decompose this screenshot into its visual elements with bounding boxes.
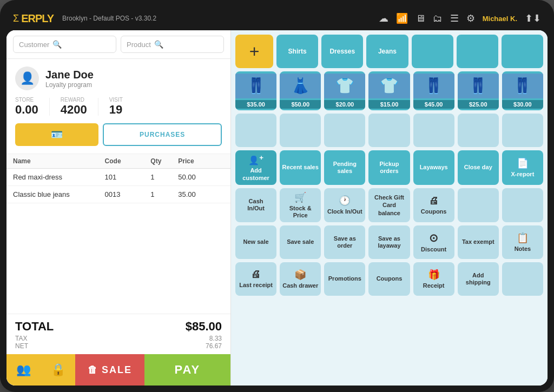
tax-exempt-label: Tax exempt [462, 238, 494, 245]
empty-6[interactable] [458, 114, 499, 147]
pay-button[interactable]: PAY [144, 354, 230, 386]
loyalty-label: Loyalty program [45, 81, 94, 89]
product-label: Product [127, 41, 151, 49]
product-tshirt-15[interactable]: 👕 $15.00 [368, 71, 410, 110]
sale-button[interactable]: 🗑 SALE [75, 354, 144, 386]
discount-label: Discount [421, 246, 446, 253]
purchases-button[interactable]: PURCHASES [103, 123, 222, 146]
new-sale-button[interactable]: New sale [235, 225, 276, 259]
dresses-label: Dresses [329, 48, 355, 55]
receipt-button[interactable]: 🎁 Receipt [413, 262, 454, 296]
grid-row-misc: 🖨 Last receipt 📦 Cash drawer Promotions … [235, 262, 543, 296]
cash-in-out-button[interactable]: CashIn/Out [235, 188, 276, 222]
grid-row-sale-opts: New sale Save sale Save as order Save as… [235, 225, 543, 259]
stat-reward: REWARD 4200 [61, 97, 87, 117]
table-row[interactable]: Red maxi-dress 101 1 50.00 [6, 169, 230, 186]
save-as-layaway-button[interactable]: Save as layaway [368, 225, 410, 259]
product-search[interactable]: Product 🔍 [121, 36, 224, 53]
category-shirts[interactable]: Shirts [276, 35, 318, 68]
product-shirt-20[interactable]: 👕 $20.00 [324, 71, 365, 110]
lock-button[interactable]: 🔒 [41, 354, 76, 386]
promotions-button[interactable]: Promotions [324, 262, 365, 296]
empty-7[interactable] [502, 114, 543, 147]
customer-search[interactable]: Customer 🔍 [13, 36, 116, 53]
extra-1[interactable] [458, 188, 499, 222]
pickup-orders-button[interactable]: Pickup orders [368, 150, 410, 185]
tax-label: TAX [15, 335, 27, 342]
product-pants-45[interactable]: 👖 $45.00 [413, 71, 454, 110]
logo-sigma: Σ [13, 13, 19, 24]
extra-2[interactable] [502, 188, 543, 222]
discount-button[interactable]: ⊙ Discount [413, 225, 454, 259]
grid-row-cash: CashIn/Out 🛒 Stock & Price 🕐 Clock In/Ou… [235, 188, 543, 222]
user-chevron[interactable]: ⬆⬇ [525, 12, 541, 24]
add-shipping-button[interactable]: Add shipping [458, 262, 499, 296]
new-sale-label: New sale [243, 238, 269, 245]
add-button[interactable]: + [235, 35, 273, 68]
stock-price-label: Stock & Price [282, 205, 319, 219]
item-qty-0: 1 [150, 173, 178, 181]
tax-exempt-button[interactable]: Tax exempt [458, 225, 499, 259]
product-pants-25[interactable]: 👖 $25.00 [458, 71, 499, 110]
col-name: Name [13, 157, 105, 165]
save-as-order-button[interactable]: Save as order [324, 225, 365, 259]
item-qty-1: 1 [150, 190, 178, 198]
clock-in-out-button[interactable]: 🕐 Clock In/Out [324, 188, 365, 222]
clock-in-out-label: Clock In/Out [327, 208, 362, 215]
close-day-button[interactable]: Close day [458, 150, 499, 185]
id-button[interactable]: 🪪 [15, 123, 98, 146]
grid-row-products: 👖 $35.00 👗 $50.00 👕 $20.00 👕 $15.00 👖 [235, 71, 543, 110]
empty-2[interactable] [280, 114, 321, 147]
total-label: TOTAL [15, 320, 54, 334]
coupons-print-label: Coupons [421, 208, 447, 215]
item-code-1: 0013 [105, 190, 151, 198]
empty-4[interactable] [368, 114, 410, 147]
action-buttons: 🪪 PURCHASES [15, 123, 222, 146]
screen-icon[interactable]: 🖥 [416, 13, 425, 24]
x-report-button[interactable]: 📄 X-report [502, 150, 543, 185]
cash-drawer-button[interactable]: 📦 Cash drawer [280, 262, 321, 296]
product-jeans-35[interactable]: 👖 $35.00 [235, 71, 276, 110]
notes-label: Notes [515, 245, 531, 253]
stock-price-button[interactable]: 🛒 Stock & Price [280, 188, 321, 222]
menu-icon[interactable]: ☰ [450, 12, 459, 24]
x-report-label: X-report [511, 171, 535, 178]
check-gift-card-button[interactable]: Check Gift Card balance [368, 188, 410, 222]
coupons-button[interactable]: Coupons [368, 262, 410, 296]
col-code: Code [105, 157, 151, 165]
category-4[interactable] [412, 35, 453, 68]
wallet-icon[interactable]: 🗂 [433, 13, 443, 24]
misc-extra[interactable] [502, 262, 543, 296]
user-name[interactable]: Michael K. [483, 15, 517, 23]
customers-button[interactable]: 👥 [6, 354, 41, 386]
category-jeans[interactable]: Jeans [366, 35, 408, 68]
table-row[interactable]: Classic blue jeans 0013 1 35.00 [6, 186, 230, 203]
empty-5[interactable] [413, 114, 454, 147]
last-receipt-button[interactable]: 🖨 Last receipt [235, 262, 276, 296]
top-bar-icons: ☁ 📶 🖥 🗂 ☰ ⚙ Michael K. ⬆⬇ [379, 12, 541, 24]
category-6[interactable] [502, 35, 543, 68]
save-sale-button[interactable]: Save sale [280, 225, 321, 259]
recent-sales-button[interactable]: Recent sales [280, 150, 321, 185]
notes-button[interactable]: 📋 Notes [502, 225, 543, 259]
empty-1[interactable] [235, 114, 276, 147]
total-row: TOTAL $85.00 [15, 320, 222, 334]
product-dress-50[interactable]: 👗 $50.00 [280, 71, 321, 110]
add-customer-button[interactable]: 👤+ Add customer [235, 150, 276, 185]
item-code-0: 101 [105, 173, 151, 181]
pending-sales-button[interactable]: Pending sales [324, 150, 365, 185]
product-pants-30[interactable]: 👖 $30.00 [502, 71, 543, 110]
stats-row: STORE 0.00 REWARD 4200 VISIT 19 [15, 97, 222, 117]
tax-value: 8.33 [209, 335, 222, 342]
col-price: Price [178, 157, 224, 165]
category-5[interactable] [457, 35, 498, 68]
grid-row-ops: 👤+ Add customer Recent sales Pending sal… [235, 150, 543, 185]
layaways-button[interactable]: Layaways [413, 150, 454, 185]
grid-row-1: + Shirts Dresses Jeans [235, 35, 543, 68]
stat-visit: VISIT 19 [109, 97, 123, 117]
cloud-icon[interactable]: ☁ [379, 12, 388, 24]
settings-icon[interactable]: ⚙ [466, 12, 475, 24]
category-dresses[interactable]: Dresses [321, 35, 363, 68]
empty-3[interactable] [324, 114, 365, 147]
coupons-print-button[interactable]: 🖨 Coupons [413, 188, 454, 222]
